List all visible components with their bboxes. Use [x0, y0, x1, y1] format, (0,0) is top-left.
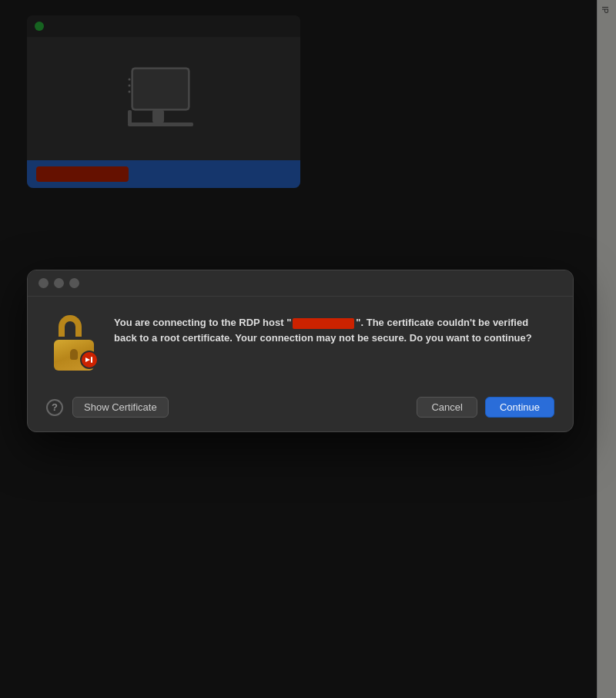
continue-button[interactable]: Continue	[485, 397, 554, 418]
dialog-message: You are connecting to the RDP host "". T…	[114, 315, 551, 345]
security-dialog: You are connecting to the RDP host "". T…	[27, 270, 574, 432]
dialog-max-dot	[69, 278, 79, 288]
redacted-hostname	[293, 318, 354, 329]
dialog-titlebar	[28, 270, 573, 297]
dialog-footer: ? Show Certificate Cancel Continue	[28, 386, 573, 431]
footer-right: Cancel Continue	[417, 397, 554, 418]
lock-shackle	[59, 315, 82, 337]
footer-left: ? Show Certificate	[46, 397, 169, 418]
svg-rect-8	[91, 357, 92, 363]
lock-icon-wrap	[49, 315, 99, 371]
help-button[interactable]: ?	[46, 399, 63, 416]
cancel-button[interactable]: Cancel	[417, 397, 477, 418]
rdp-badge	[80, 351, 99, 369]
dialog-min-dot	[54, 278, 64, 288]
dialog-body: You are connecting to the RDP host "". T…	[28, 297, 573, 386]
rdp-badge-icon	[84, 354, 95, 365]
show-certificate-button[interactable]: Show Certificate	[72, 397, 169, 418]
dialog-close-dot	[38, 278, 49, 288]
message-text: You are connecting to the RDP host "". T…	[114, 317, 532, 344]
lock-keyhole	[70, 349, 78, 360]
dialog-traffic-lights	[38, 278, 79, 288]
message-strong: You are connecting to the RDP host "	[114, 317, 291, 328]
